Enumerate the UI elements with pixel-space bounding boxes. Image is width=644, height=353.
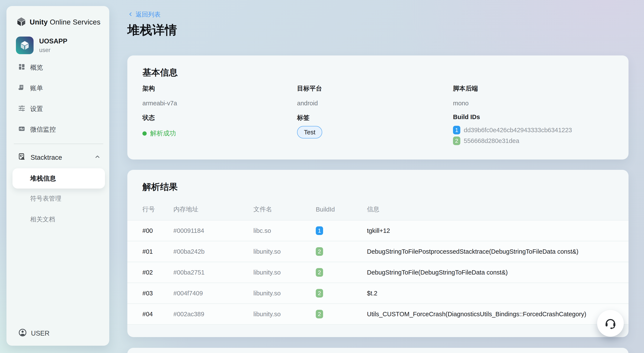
build-id-badge: 1 <box>316 226 323 235</box>
build-id-badge: 2 <box>316 247 323 256</box>
field-status: 状态 解析成功 <box>142 113 176 138</box>
build-id-badge: 2 <box>316 310 323 318</box>
user-label: USER <box>31 330 50 337</box>
sidebar-menu: 概览 账单 设置 <box>6 57 109 140</box>
build-id-row: 2 556668d280e31dea <box>453 136 572 145</box>
app-switcher[interactable]: UOSAPP user <box>16 36 67 54</box>
sidebar-item-label: 堆栈信息 <box>30 174 56 183</box>
page-title: 堆栈详情 <box>127 22 177 38</box>
brand-name: Unity Online Services <box>30 18 100 26</box>
user-avatar-icon <box>18 329 27 338</box>
billing-receipt-icon <box>18 84 26 93</box>
build-id-1-hash: dd39b6fc0e426cb42943333cb6341223 <box>464 127 572 134</box>
status-badge: 解析成功 <box>142 129 176 138</box>
app-avatar <box>16 36 34 54</box>
stacktrace-icon: ! <box>18 153 26 162</box>
settings-sliders-icon <box>18 104 26 113</box>
svg-text:!: ! <box>22 157 23 160</box>
sidebar-item-symbol-tables[interactable]: 符号表管理 <box>12 190 105 207</box>
field-tag: 标签 Test <box>297 113 322 138</box>
col-message: 信息 <box>367 205 614 214</box>
col-file-name: 文件名 <box>254 205 316 214</box>
headset-icon <box>604 316 617 331</box>
wechat-monitor-icon <box>18 125 26 134</box>
build-id-2-badge: 2 <box>453 136 460 145</box>
basic-info-title: 基本信息 <box>142 67 178 78</box>
sidebar-group-stacktrace[interactable]: ! Stacktrace <box>6 148 109 167</box>
sidebar-item-label: 符号表管理 <box>30 194 61 203</box>
architecture-value: armeabi-v7a <box>142 100 177 107</box>
sidebar-group-label: Stacktrace <box>30 154 62 161</box>
build-id-row: 1 dd39b6fc0e426cb42943333cb6341223 <box>453 126 572 134</box>
parse-results-title: 解析结果 <box>142 181 178 193</box>
field-build-ids: Build IDs 1 dd39b6fc0e426cb42943333cb634… <box>453 113 572 145</box>
sidebar-item-label: 概览 <box>30 63 43 72</box>
table-row[interactable]: #04 #002ac389 libunity.so 2 Utils_CUSTOM… <box>127 304 628 325</box>
parse-results-card: 解析结果 行号 内存地址 文件名 BuildId 信息 #00 #0009118… <box>127 170 628 337</box>
unity-cube-icon <box>16 17 26 27</box>
col-line-no: 行号 <box>142 205 173 214</box>
table-row[interactable]: #01 #00ba242b libunity.so 2 DebugStringT… <box>127 241 628 262</box>
field-target-platform: 目标平台 android <box>297 84 322 107</box>
sidebar-item-billing[interactable]: 账单 <box>6 78 109 98</box>
build-id-badge: 2 <box>316 289 323 298</box>
sidebar-divider <box>14 144 103 144</box>
field-scripting-backend: 脚本后端 mono <box>453 84 478 107</box>
sidebar-item-wechat-monitor[interactable]: 微信监控 <box>6 119 109 140</box>
sidebar-item-label: 设置 <box>30 104 43 113</box>
chevron-up-icon[interactable] <box>94 153 101 162</box>
support-button[interactable] <box>597 310 624 337</box>
platform-value: android <box>297 100 322 107</box>
brand-logo: Unity Online Services <box>16 17 100 27</box>
status-dot-icon <box>142 131 147 136</box>
user-account[interactable]: USER <box>18 329 50 338</box>
build-id-1-badge: 1 <box>453 126 460 134</box>
results-table-header: 行号 内存地址 文件名 BuildId 信息 <box>127 203 628 215</box>
table-row[interactable]: #03 #004f7409 libunity.so 2 $t.2 <box>127 283 628 304</box>
col-memory-address: 内存地址 <box>173 205 254 214</box>
sidebar-item-label: 相关文档 <box>30 215 55 224</box>
sidebar-item-overview[interactable]: 概览 <box>6 57 109 78</box>
overview-grid-icon <box>18 63 26 72</box>
app-name: UOSAPP <box>39 37 67 45</box>
sidebar-item-stack-info[interactable]: 堆栈信息 <box>12 168 105 189</box>
back-to-list-link[interactable]: 返回列表 <box>128 10 160 19</box>
col-build-id: BuildId <box>316 206 367 213</box>
basic-info-card: 基本信息 架构 armeabi-v7a 目标平台 android 脚本后端 mo… <box>127 55 628 160</box>
results-table-body: #00 #00091184 libc.so 1 tgkill+12 #01 #0… <box>127 220 628 325</box>
build-id-badge: 2 <box>316 268 323 277</box>
build-id-2-hash: 556668d280e31dea <box>464 137 519 144</box>
table-row[interactable]: #00 #00091184 libc.so 1 tgkill+12 <box>127 221 628 241</box>
field-architecture: 架构 armeabi-v7a <box>142 84 177 107</box>
sidebar-item-settings[interactable]: 设置 <box>6 98 109 119</box>
next-card-partial <box>127 348 628 353</box>
sidebar-item-label: 账单 <box>30 84 43 93</box>
sidebar: Unity Online Services UOSAPP user <box>6 6 109 346</box>
tag-pill[interactable]: Test <box>297 126 322 138</box>
sidebar-item-label: 微信监控 <box>30 125 56 134</box>
back-chevron-icon <box>128 11 133 18</box>
table-row[interactable]: #02 #00ba2751 libunity.so 2 DebugStringT… <box>127 262 628 283</box>
sidebar-item-docs[interactable]: 相关文档 <box>12 211 105 228</box>
backend-value: mono <box>453 100 478 107</box>
app-role: user <box>39 47 67 53</box>
